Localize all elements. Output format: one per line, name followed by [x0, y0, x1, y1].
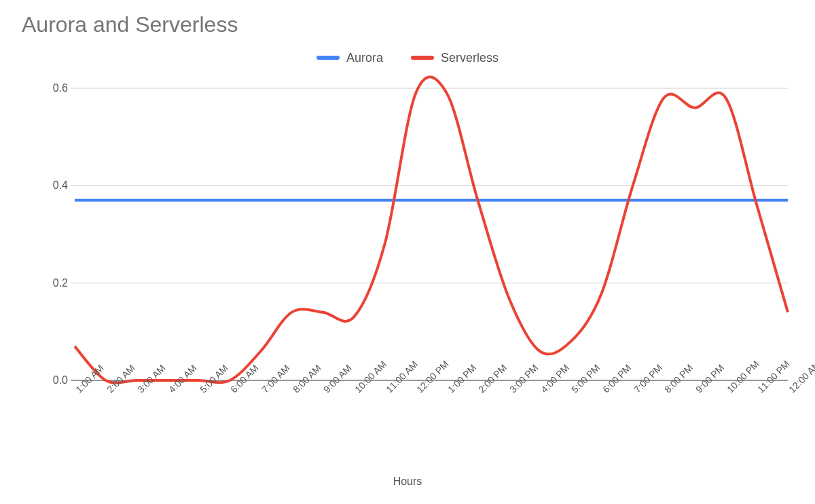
chart-root: Aurora and Serverless Aurora Serverless …: [0, 0, 815, 504]
series-serverless: [75, 77, 788, 382]
legend: Aurora Serverless: [0, 49, 815, 65]
x-tick-labels: 1:00 AM2:00 AM3:00 AM4:00 AM5:00 AM6:00 …: [75, 387, 788, 469]
plot-svg: [75, 88, 788, 380]
x-axis-title: Hours: [0, 475, 815, 488]
legend-label-aurora: Aurora: [346, 51, 383, 65]
gridlines: [71, 88, 788, 283]
legend-item-serverless: Serverless: [411, 51, 499, 65]
chart-title: Aurora and Serverless: [22, 12, 238, 37]
legend-item-aurora: Aurora: [316, 51, 383, 65]
y-tick-label: 0.6: [53, 82, 68, 94]
series-group: [75, 77, 788, 382]
legend-swatch-aurora: [316, 56, 340, 60]
legend-swatch-serverless: [411, 56, 434, 60]
y-tick-label: 0.4: [53, 179, 68, 192]
y-tick-label: 0.0: [53, 374, 68, 386]
x-tick-label: 12:00 AM: [786, 359, 815, 395]
plot-area: 0.00.20.40.6: [75, 88, 788, 380]
y-tick-label: 0.2: [53, 277, 68, 289]
legend-label-serverless: Serverless: [441, 51, 499, 65]
